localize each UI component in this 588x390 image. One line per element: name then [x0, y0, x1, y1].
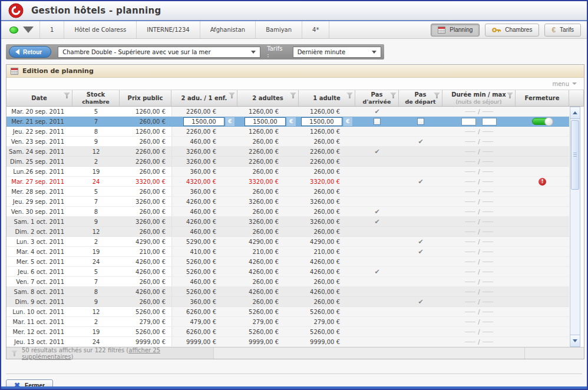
price-input-2adu-1enf[interactable] — [183, 117, 224, 126]
check-icon: ✔ — [418, 299, 423, 305]
pas-arrivee-cell: ✔ — [355, 147, 399, 156]
tarifs-button[interactable]: € Tarifs — [544, 24, 581, 37]
duree-cell: / — [442, 127, 516, 136]
public-price-cell: 279,00 € — [120, 317, 171, 326]
table-row[interactable]: Lun. 3 oct. 201124290,00 €5290,00 €4290,… — [6, 237, 569, 247]
pas-depart-checkbox[interactable] — [417, 118, 424, 125]
duree-separator: / — [478, 239, 480, 245]
room-type-dropdown[interactable]: Chambre Double - Supérieure avec vue sur… — [58, 47, 260, 58]
duree-min-input[interactable] — [461, 118, 476, 125]
table-row[interactable]: Ven. 23 sep. 20119260,00 €460,00 €260,00… — [6, 137, 569, 147]
table-row[interactable]: Mar. 11 oct. 20112279,00 €479,00 €279,00… — [6, 317, 569, 327]
date-cell: Mar. 27 sep. 2011 — [6, 177, 72, 186]
fermeture-cell: ! — [516, 177, 569, 186]
table-row[interactable]: Ven. 7 oct. 20117260,00 €460,00 €260,00 … — [6, 277, 569, 287]
pas-arrivee-checkbox[interactable] — [374, 118, 381, 125]
price-2adultes-cell: 260,00 € — [237, 137, 299, 146]
duree-separator: / — [478, 279, 480, 285]
price-input-2adultes-cell: € — [237, 117, 299, 126]
pas-depart-cell: ✔ — [399, 177, 442, 186]
pas-depart-cell — [399, 107, 442, 116]
table-row[interactable]: Sam. 1 oct. 201193260,00 €4260,00 €3260,… — [6, 217, 569, 227]
dropdown-arrow-icon[interactable] — [23, 27, 34, 33]
duree-max-input[interactable] — [482, 118, 497, 125]
fermeture-cell — [516, 157, 569, 166]
table-row[interactable]: Mar. 4 oct. 201119210,00 €410,00 €210,00… — [6, 247, 569, 257]
price-1adulte-cell: 260,00 € — [299, 187, 355, 196]
table-row[interactable]: Mer. 21 sep. 20117260,00 €€€€/ — [6, 117, 569, 127]
table-row[interactable]: Dim. 9 oct. 20119260,00 €360,00 €260,00 … — [6, 297, 569, 307]
pas-arrivee-cell — [355, 177, 399, 186]
column-header-2adu-1enf: 2 adu. / 1 enf. — [171, 90, 237, 106]
date-cell: Lun. 10 oct. 2011 — [6, 307, 72, 316]
pas-depart-cell — [399, 157, 442, 166]
filter-icon[interactable] — [290, 92, 296, 98]
filter-icon[interactable] — [64, 92, 70, 98]
price-input-1adulte[interactable] — [301, 117, 342, 126]
table-row[interactable]: Mar. 20 sep. 201151260,00 €2260,00 €1260… — [6, 107, 569, 117]
duree-max-placeholder — [483, 211, 493, 212]
price-2adultes-cell: 3260,00 € — [237, 197, 299, 206]
table-row[interactable]: Mar. 27 sep. 2011243320,00 €4320,00 €332… — [6, 177, 569, 187]
table-row[interactable]: Dim. 2 oct. 201112260,00 €460,00 €260,00… — [6, 227, 569, 237]
pas-arrivee-cell — [355, 117, 399, 126]
check-icon: ✔ — [374, 269, 379, 275]
duree-separator: / — [478, 219, 480, 225]
stock-cell: 2 — [72, 157, 120, 166]
tarif-dropdown[interactable]: Dernière minute — [293, 47, 381, 58]
planning-button-label: Planning — [450, 27, 473, 33]
duree-min-placeholder — [465, 161, 475, 162]
table-row[interactable]: Lun. 10 oct. 2011125260,00 €6260,00 €526… — [6, 307, 569, 317]
duree-cell: / — [442, 207, 516, 216]
duree-separator: / — [478, 118, 480, 125]
toolbar-info: 1Hôtel de ColaressINTERNE/1234Afghanista… — [39, 21, 329, 38]
table-row[interactable]: Jeu. 22 sep. 201181260,00 €2260,00 €1260… — [6, 127, 569, 137]
filter-icon[interactable] — [434, 92, 440, 98]
price-2adu-1enf-cell: 410,00 € — [171, 247, 237, 256]
stock-cell: 5 — [72, 107, 120, 116]
price-1adulte-cell: 260,00 € — [299, 167, 355, 176]
table-row[interactable]: Mer. 5 oct. 2011244260,00 €5260,00 €4260… — [6, 257, 569, 267]
retour-button[interactable]: Retour — [9, 46, 51, 58]
public-price-cell: 5260,00 € — [120, 307, 171, 316]
planning-button[interactable]: Planning — [431, 24, 480, 37]
filter-icon[interactable] — [390, 92, 397, 98]
menu-arrow-icon[interactable] — [572, 82, 577, 85]
table-row[interactable]: Jeu. 13 oct. 2011249999,00 €9999,00 €999… — [6, 337, 569, 347]
fermeture-toggle[interactable] — [532, 118, 553, 125]
table-row[interactable]: Lun.26 sep. 201119260,00 €360,00 €260,00… — [6, 167, 569, 177]
filter-icon[interactable] — [507, 92, 513, 98]
table-row[interactable]: Ven. 30 sep. 20118260,00 €460,00 €260,00… — [6, 207, 569, 217]
page-title: Gestion hôtels - planning — [31, 5, 161, 16]
date-cell: Mer. 21 sep. 2011 — [6, 117, 72, 126]
duree-max-placeholder — [483, 151, 493, 152]
chambres-button[interactable]: Chambres — [485, 24, 539, 37]
filter-icon[interactable] — [229, 92, 235, 98]
table-row[interactable]: Dim. 25 sep. 201122260,00 €3260,00 €2260… — [6, 157, 569, 167]
table-row[interactable]: Mer. 28 sep. 20115260,00 €360,00 €260,00… — [6, 187, 569, 197]
menu-label[interactable]: menu — [552, 81, 569, 87]
table-row[interactable]: Mer. 12 oct. 2011195260,00 €6260,00 €526… — [6, 327, 569, 337]
context-toolbar: 1Hôtel de ColaressINTERNE/1234Afghanista… — [1, 21, 587, 39]
table-row[interactable]: Jeu. 29 sep. 201173260,00 €4260,00 €3260… — [6, 197, 569, 207]
price-1adulte-cell: 4260,00 € — [299, 257, 355, 266]
scrollbar[interactable] — [570, 107, 580, 347]
pas-depart-cell: ✔ — [399, 137, 442, 146]
price-2adultes-cell: 2260,00 € — [237, 157, 299, 166]
table-row[interactable]: Sam. 8 oct. 201184260,00 €5260,00 €4260,… — [6, 287, 569, 297]
price-2adu-1enf-cell: 4260,00 € — [171, 217, 237, 226]
scrollbar-thumb[interactable] — [571, 120, 579, 190]
duree-min-placeholder — [465, 252, 475, 252]
scroll-down-button[interactable] — [570, 335, 580, 346]
table-row[interactable]: Jeu. 6 oct. 201154260,00 €5260,00 €4260,… — [6, 267, 569, 277]
price-1adulte-cell: 1260,00 € — [299, 107, 355, 116]
price-input-2adultes[interactable] — [245, 117, 286, 126]
price-1adulte-cell: 4290,00 € — [299, 237, 355, 246]
price-2adultes-cell: 260,00 € — [237, 167, 299, 176]
table-row[interactable]: Sam. 24 sep. 2011122260,00 €3260,00 €226… — [6, 147, 569, 157]
scroll-up-button[interactable] — [570, 107, 580, 119]
column-header-1adulte: 1 adulte — [299, 90, 355, 106]
price-2adultes-cell: 1260,00 € — [237, 107, 299, 116]
duree-cell: / — [442, 117, 516, 126]
filter-icon[interactable] — [346, 92, 353, 98]
